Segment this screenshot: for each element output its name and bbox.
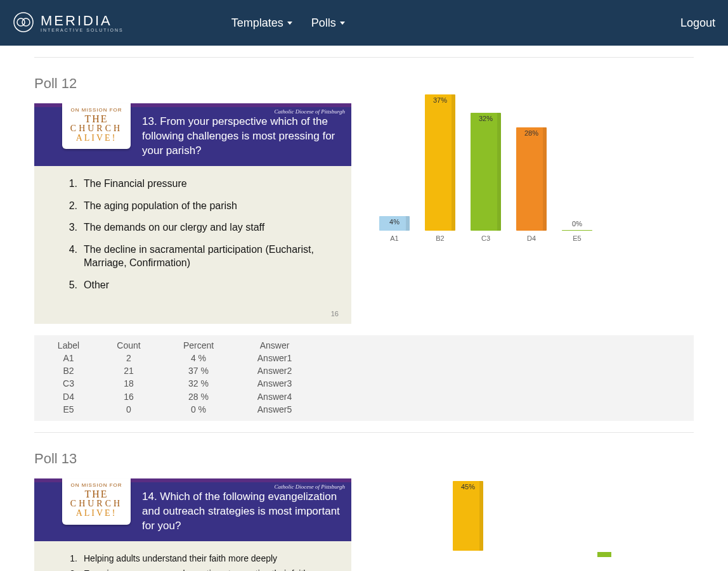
cell-answer: Answer3 xyxy=(233,377,316,390)
bar-category-label: C3 xyxy=(481,234,490,242)
ribbon-line-top: ON MISSION FOR xyxy=(65,107,128,113)
chart-bar: 37%B2 xyxy=(425,94,455,242)
slide-option: 1.The Financial pressure xyxy=(65,177,334,191)
cell-answer: Answer4 xyxy=(233,390,316,403)
col-header-count: Count xyxy=(94,339,164,352)
cell-label: A1 xyxy=(43,352,94,364)
option-number: 4. xyxy=(65,243,77,270)
poll-12-block: ON MISSION FOR THE CHURCH ALIVE! Catholi… xyxy=(34,103,694,324)
col-header-label: Label xyxy=(43,339,94,352)
option-number: 3. xyxy=(65,221,77,234)
chart-bar: 0%E5 xyxy=(562,230,592,242)
cell-percent: 0 % xyxy=(164,403,233,416)
bar-category-label: B2 xyxy=(436,234,444,242)
bar-value-label: 32% xyxy=(471,115,501,122)
table-row: B22137 %Answer2 xyxy=(34,364,694,377)
ribbon-line-3: ALIVE! xyxy=(65,508,128,518)
chart-bar: 45% xyxy=(453,481,483,551)
option-number: 5. xyxy=(65,279,77,292)
option-text: The demands on our clergy and lay staff xyxy=(84,221,264,234)
poll-13-slide: ON MISSION FOR THE CHURCH ALIVE! Catholi… xyxy=(34,478,351,571)
slide-option: 1.Helping adults understand their faith … xyxy=(65,553,334,564)
slide-options: 1.The Financial pressure2.The aging popu… xyxy=(34,166,351,305)
bar-category-label: E5 xyxy=(573,234,581,242)
cell-label: D4 xyxy=(43,390,94,403)
chart-bar: 28%D4 xyxy=(516,127,547,242)
divider xyxy=(34,57,694,58)
bar-category-label: D4 xyxy=(527,234,536,242)
navbar: MERIDIA INTERACTIVE SOLUTIONS Templates … xyxy=(0,0,728,46)
slide-option: 4.The decline in sacramental participati… xyxy=(65,243,334,270)
bar-category-label: A1 xyxy=(390,234,398,242)
table-row: A124 %Answer1 xyxy=(34,352,694,364)
cell-label: C3 xyxy=(43,377,94,390)
bar-value-label: 37% xyxy=(425,96,455,104)
divider xyxy=(34,432,694,433)
option-text: The decline in sacramental participation… xyxy=(84,243,334,270)
cell-answer: Answer5 xyxy=(233,403,316,416)
chart-bar-partial xyxy=(597,552,611,557)
bar-value-label: 45% xyxy=(453,483,483,491)
option-number: 1. xyxy=(65,177,77,191)
cell-percent: 28 % xyxy=(164,390,233,403)
cell-answer: Answer1 xyxy=(233,352,316,364)
ribbon-line-2: CHURCH xyxy=(65,499,128,508)
slide-option: 3.The demands on our clergy and lay staf… xyxy=(65,221,334,234)
brand-logo-icon xyxy=(13,11,34,35)
brand-name: MERIDIA xyxy=(41,14,124,28)
cell-label: E5 xyxy=(43,403,94,416)
poll-13-block: ON MISSION FOR THE CHURCH ALIVE! Catholi… xyxy=(34,478,694,571)
ribbon-line-1: THE xyxy=(65,114,128,124)
brand-subtitle: INTERACTIVE SOLUTIONS xyxy=(41,28,124,32)
ribbon-line-3: ALIVE! xyxy=(65,133,128,143)
cell-count: 2 xyxy=(94,352,164,364)
cell-percent: 37 % xyxy=(164,364,233,377)
chart-bar: 32%C3 xyxy=(471,113,501,242)
nav-items: Templates Polls xyxy=(231,16,345,30)
poll-12-slide: ON MISSION FOR THE CHURCH ALIVE! Catholi… xyxy=(34,103,351,324)
cell-percent: 4 % xyxy=(164,352,233,364)
slide-header: ON MISSION FOR THE CHURCH ALIVE! Catholi… xyxy=(34,482,351,541)
slide-option: 2.Ensuring our young people continue to … xyxy=(65,568,334,571)
poll-13-chart: 45% xyxy=(377,481,630,557)
slide-options: 1.Helping adults understand their faith … xyxy=(34,541,351,571)
svg-point-2 xyxy=(22,18,30,26)
cell-count: 18 xyxy=(94,377,164,390)
chevron-down-icon xyxy=(340,22,345,25)
option-number: 2. xyxy=(65,568,77,571)
nav-templates[interactable]: Templates xyxy=(231,16,292,30)
option-number: 2. xyxy=(65,200,77,213)
nav-polls[interactable]: Polls xyxy=(311,16,345,30)
table-header-row: Label Count Percent Answer xyxy=(34,339,694,352)
option-text: The aging population of the parish xyxy=(84,200,237,213)
slide-option: 5.Other xyxy=(65,279,334,292)
option-text: Helping adults understand their faith mo… xyxy=(84,553,277,564)
ribbon-line-2: CHURCH xyxy=(65,124,128,133)
poll-12-results-table: Label Count Percent Answer A124 %Answer1… xyxy=(34,335,694,421)
brand[interactable]: MERIDIA INTERACTIVE SOLUTIONS xyxy=(13,11,124,35)
table-row: E500 %Answer5 xyxy=(34,403,694,416)
ribbon-line-1: THE xyxy=(65,489,128,499)
bar-value-label: 4% xyxy=(379,218,410,226)
nav-polls-label: Polls xyxy=(311,16,336,30)
bar-value-label: 0% xyxy=(562,220,592,228)
col-header-percent: Percent xyxy=(164,339,233,352)
chevron-down-icon xyxy=(287,22,292,25)
slide-header: ON MISSION FOR THE CHURCH ALIVE! Catholi… xyxy=(34,107,351,166)
ribbon-line-top: ON MISSION FOR xyxy=(65,482,128,488)
nav-templates-label: Templates xyxy=(231,16,283,30)
cell-percent: 32 % xyxy=(164,377,233,390)
poll-12-chart: 4%A137%B232%C328%D40%E5 xyxy=(377,106,630,271)
chart-bar: 4%A1 xyxy=(379,216,410,242)
logout-link[interactable]: Logout xyxy=(680,16,715,30)
slide-page-number: 16 xyxy=(331,310,339,318)
table-row: C31832 %Answer3 xyxy=(34,377,694,390)
cell-count: 21 xyxy=(94,364,164,377)
option-text: The Financial pressure xyxy=(84,177,187,191)
option-text: Ensuring our young people continue to pr… xyxy=(84,568,308,571)
cell-count: 0 xyxy=(94,403,164,416)
slide-subtitle: Catholic Diocese of Pittsburgh xyxy=(275,484,345,490)
col-header-answer: Answer xyxy=(233,339,316,352)
table-row: D41628 %Answer4 xyxy=(34,390,694,403)
poll-13-heading: Poll 13 xyxy=(34,451,694,467)
